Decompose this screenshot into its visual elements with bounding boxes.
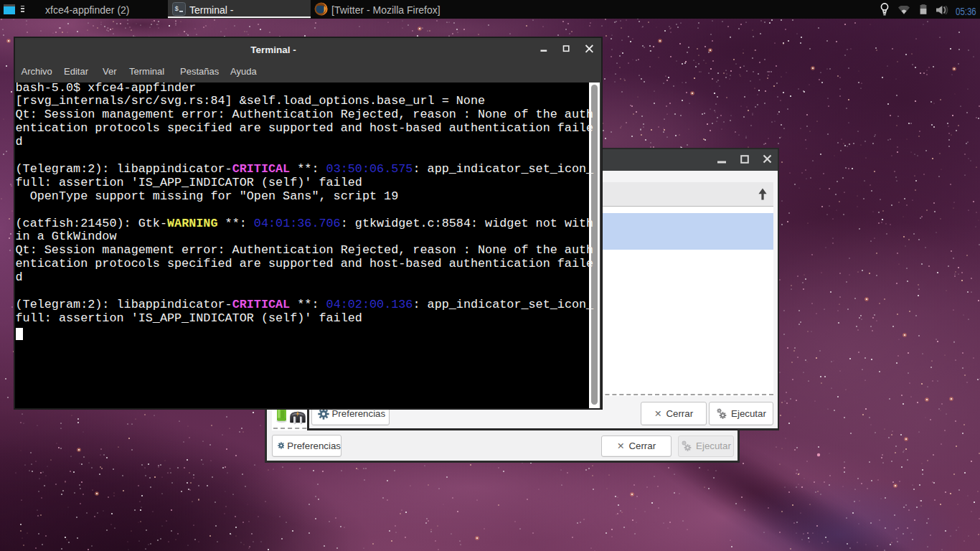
svg-text:$: $	[175, 6, 179, 13]
